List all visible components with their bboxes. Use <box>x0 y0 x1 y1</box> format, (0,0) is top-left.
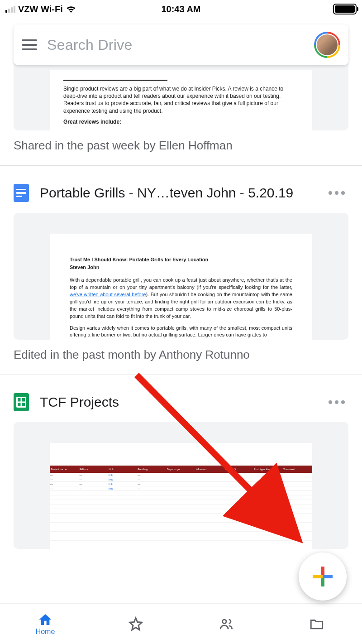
file-meta: Shared in the past week by Ellen Hoffman <box>14 139 348 153</box>
search-bar[interactable]: Search Drive <box>14 24 348 65</box>
status-bar: VZW Wi-Fi 10:43 AM <box>0 0 362 18</box>
more-options-button[interactable] <box>325 397 348 408</box>
home-icon <box>38 612 53 627</box>
wifi-icon <box>66 5 76 14</box>
nav-home[interactable]: Home <box>0 604 90 644</box>
folder-icon <box>308 616 326 632</box>
preview-bullet: Key specifications readers need to know … <box>76 129 299 130</box>
more-options-button[interactable] <box>325 187 348 198</box>
search-input[interactable]: Search Drive <box>47 37 304 53</box>
preview-text: Design varies widely when it comes to po… <box>70 325 292 339</box>
battery-icon <box>333 4 357 14</box>
file-preview[interactable]: Single-product reviews are a big part of… <box>14 62 348 130</box>
sheet-header: Project nameEditorsLinkFundingDays to go… <box>50 466 312 473</box>
file-preview[interactable]: Project nameEditorsLinkFundingDays to go… <box>14 422 348 549</box>
cell-signal-icon <box>5 6 15 13</box>
bottom-nav: Home <box>0 603 362 644</box>
nav-shared[interactable] <box>181 604 272 644</box>
account-avatar[interactable] <box>314 32 340 58</box>
nav-starred[interactable] <box>90 604 181 644</box>
create-new-button[interactable] <box>299 553 347 601</box>
nav-files[interactable] <box>272 604 362 644</box>
plus-icon <box>313 567 333 586</box>
star-icon <box>128 616 144 632</box>
file-title: TCF Projects <box>40 394 314 410</box>
preview-title: Trust Me I Should Know: Portable Grills … <box>70 256 292 264</box>
file-title: Portable Grills - NY…teven John - 5.20.1… <box>40 185 314 201</box>
clock: 10:43 AM <box>161 4 200 14</box>
preview-link: we've written about several before <box>70 292 146 297</box>
sheet-rows: ——link— ——link— ——link— ——link— <box>50 473 312 491</box>
file-row[interactable]: Portable Grills - NY…teven John - 5.20.1… <box>0 166 362 213</box>
menu-icon[interactable] <box>22 39 37 50</box>
carrier-label: VZW Wi-Fi <box>18 4 63 14</box>
nav-label: Home <box>36 628 55 636</box>
google-sheets-icon <box>14 393 29 411</box>
file-preview[interactable]: Trust Me I Should Know: Portable Grills … <box>14 213 348 340</box>
google-docs-icon <box>14 184 29 202</box>
preview-text: With a dependable portable grill, you ca… <box>70 277 292 320</box>
preview-author: Steven John <box>70 264 292 271</box>
file-row[interactable]: TCF Projects <box>0 375 362 422</box>
file-meta: Edited in the past month by Anthony Rotu… <box>14 348 348 362</box>
preview-text: Single-product reviews are a big part of… <box>63 85 299 115</box>
preview-heading: Great reviews include: <box>63 118 299 125</box>
people-icon <box>217 616 235 632</box>
